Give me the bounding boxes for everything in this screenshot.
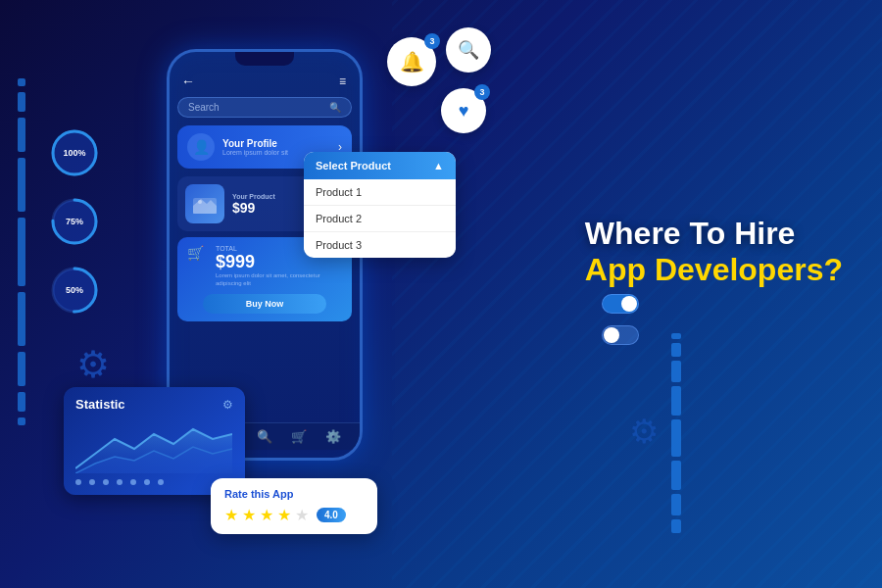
bar [671,519,681,533]
stars-row: ★ ★ ★ ★ ★ 4.0 [224,506,364,524]
phone-search-bar[interactable]: Search 🔍 [177,97,352,118]
bar [18,392,25,412]
circle-50-label: 50% [66,285,83,295]
profile-avatar: 👤 [187,133,215,161]
dropdown-item-1[interactable]: Product 1 [304,179,456,206]
search-circle-icon: 🔍 [458,39,479,61]
progress-circle-75: 75% [49,196,100,247]
statistic-title: Statistic [75,397,125,412]
search-icon: 🔍 [329,102,341,113]
dot [117,479,122,485]
bell-icon: 🔔 [400,50,424,74]
dot [144,479,150,485]
bar [671,333,681,339]
search-placeholder: Search [188,102,220,113]
notification-search[interactable]: 🔍 [446,27,491,73]
bar [671,461,681,490]
dropdown-header: Select Product ▲ [304,152,456,179]
circle-75: 75% [49,196,100,247]
bar [671,494,681,515]
toggle-2-knob [604,327,619,343]
nav-settings-icon[interactable]: ⚙️ [325,429,341,444]
progress-circles-group: 100% 75% 50% [49,127,100,316]
rating-value: 4.0 [317,508,346,522]
toggle-1[interactable] [602,294,639,314]
rate-title: Rate this App [224,488,364,500]
star-1[interactable]: ★ [224,506,238,524]
toggle-1-knob [621,296,637,312]
statistic-gear-icon[interactable]: ⚙ [222,398,233,412]
phone-notch [235,52,294,66]
cart-icon: 🛒 [187,245,204,261]
progress-circle-50: 50% [49,265,100,316]
dot [103,479,109,485]
rate-app-card[interactable]: Rate this App ★ ★ ★ ★ ★ 4.0 [211,478,377,534]
select-product-dropdown[interactable]: Select Product ▲ Product 1 Product 2 Pro… [304,152,456,258]
heart-badge: 3 [474,84,490,100]
gear-decoration-icon: ⚙ [76,343,110,386]
total-description: Lorem ipsum dolor sit amet, consectetur … [216,272,342,288]
profile-name: Your Profile [222,138,338,149]
toggle-group [602,294,639,345]
bar [18,158,25,212]
bar [671,419,681,457]
bar [18,292,25,346]
star-3[interactable]: ★ [260,506,273,524]
bar [18,218,25,286]
bar [671,386,681,416]
menu-icon: ≡ [339,74,348,88]
gear-right-icon: ⚙ [629,412,659,451]
buy-now-button[interactable]: Buy Now [203,294,326,314]
dot [89,479,95,485]
nav-cart-icon[interactable]: 🛒 [291,429,307,444]
back-icon: ← [181,74,195,89]
heart-icon: ♥ [459,101,469,122]
bell-badge: 3 [424,33,440,49]
dot [130,479,136,485]
left-decoration-bars [18,78,25,425]
bar [18,352,25,386]
heading-line2: App Developers? [585,252,843,288]
bar [18,417,25,425]
heading-line1: Where To Hire [585,216,843,252]
statistic-header: Statistic ⚙ [75,397,233,412]
notification-heart[interactable]: ♥ 3 [441,88,486,133]
bar [18,92,25,112]
star-4[interactable]: ★ [277,506,291,524]
main-text-block: Where To Hire App Developers? [585,216,843,288]
notification-bell[interactable]: 🔔 3 [387,37,436,86]
star-2[interactable]: ★ [242,506,256,524]
svg-point-8 [198,200,202,204]
progress-circle-100: 100% [49,127,100,178]
bar [671,343,681,357]
chart-dots [75,479,233,485]
star-5[interactable]: ★ [295,506,309,524]
circle-100: 100% [49,127,100,178]
circle-75-label: 75% [66,217,83,226]
bar [671,361,681,382]
dropdown-item-3[interactable]: Product 3 [304,232,456,258]
statistic-chart [75,419,233,473]
right-decoration-bars [671,333,681,533]
dropdown-item-2[interactable]: Product 2 [304,206,456,232]
toggle-2[interactable] [602,325,639,345]
dropdown-arrow-icon: ▲ [433,160,444,172]
circle-100-label: 100% [63,148,85,158]
dot [75,479,81,485]
nav-search-icon[interactable]: 🔍 [257,429,272,444]
circle-50: 50% [49,265,100,316]
bar [18,78,25,86]
bar [18,118,25,152]
phone-top-bar: ← ≡ [177,72,352,91]
dropdown-title: Select Product [316,160,391,172]
dot [158,479,164,485]
product-image [185,184,224,223]
